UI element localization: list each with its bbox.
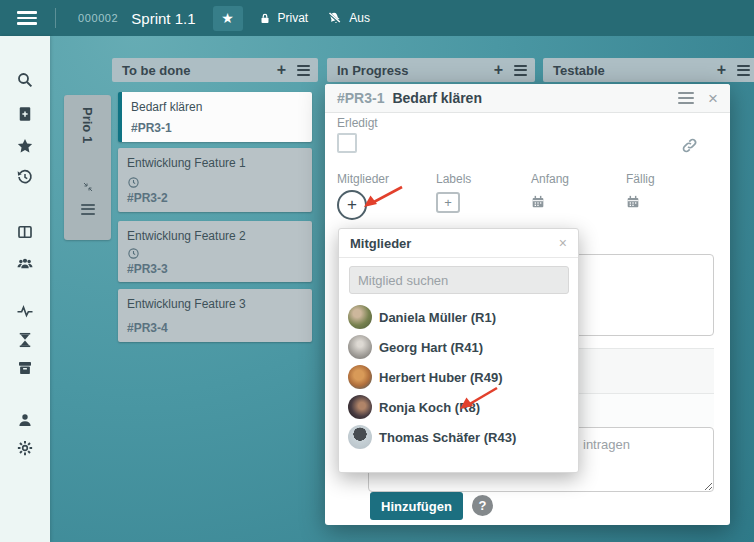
due-calendar-icon[interactable] [625, 194, 641, 214]
favorites-star-icon[interactable] [16, 137, 34, 155]
help-icon[interactable]: ? [472, 495, 493, 516]
collapse-icon[interactable] [82, 179, 94, 197]
sidebar [0, 36, 50, 542]
swimlane-label: Prio 1 [80, 107, 95, 143]
search-icon[interactable] [16, 71, 34, 89]
privacy-toggle[interactable]: Privat [258, 11, 309, 26]
member-list: Daniela Müller (R1) Georg Hart (R41) Her… [348, 305, 573, 455]
start-calendar-icon[interactable] [530, 194, 546, 214]
member-search-input[interactable] [349, 266, 569, 294]
plus-icon: + [347, 195, 357, 215]
modal-card-title: Bedarf klären [392, 90, 678, 106]
favorite-button[interactable]: ★ [213, 6, 243, 31]
card-pr3-4[interactable]: Entwicklung Feature 3 #PR3-4 [118, 289, 312, 342]
avatar [348, 365, 372, 389]
column-title: To be done [122, 63, 277, 78]
board-id: 000002 [78, 12, 118, 24]
column-header-testable[interactable]: Testable + [543, 58, 754, 82]
column-header-in-progress[interactable]: In Progress + [327, 58, 535, 82]
column-title: Testable [553, 63, 717, 78]
card-ref: #PR3-3 [127, 262, 168, 276]
column-title: In Progress [337, 63, 494, 78]
done-label: Erledigt [337, 116, 378, 130]
hourglass-icon[interactable] [16, 331, 34, 349]
due-date-label: Fällig [626, 172, 655, 186]
privacy-label: Privat [278, 11, 309, 25]
history-icon[interactable] [16, 168, 34, 186]
card-ref: #PR3-2 [127, 191, 168, 205]
column-menu-icon[interactable] [297, 62, 310, 78]
done-checkbox[interactable] [337, 133, 357, 153]
member-row[interactable]: Thomas Schäfer (R43) [348, 425, 573, 449]
modal-header: #PR3-1 Bedarf klären × [325, 84, 730, 113]
close-icon[interactable]: × [559, 236, 567, 250]
add-member-button[interactable]: + [337, 190, 367, 220]
members-label: Mitglieder [337, 172, 389, 186]
card-title: Entwicklung Feature 3 [127, 297, 246, 311]
card-pr3-2[interactable]: Entwicklung Feature 1 #PR3-2 [118, 148, 312, 212]
top-bar: 000002 Sprint 1.1 ★ Privat Aus [0, 0, 754, 36]
plus-icon: + [444, 195, 452, 210]
start-date-label: Anfang [531, 172, 569, 186]
member-row[interactable]: Herbert Huber (R49) [348, 365, 573, 389]
add-card-icon[interactable]: + [717, 62, 726, 78]
kanban-app: 000002 Sprint 1.1 ★ Privat Aus [0, 0, 754, 542]
member-name: Daniela Müller (R1) [379, 310, 496, 325]
card-title: Entwicklung Feature 2 [127, 229, 246, 243]
avatar [348, 335, 372, 359]
card-title: Bedarf klären [131, 100, 202, 114]
column-header-to-be-done[interactable]: To be done + [112, 58, 318, 82]
close-icon[interactable]: × [708, 90, 718, 107]
column-menu-icon[interactable] [737, 62, 750, 78]
team-icon[interactable] [16, 254, 34, 272]
notifications-toggle[interactable]: Aus [326, 10, 370, 26]
modal-card-ref: #PR3-1 [337, 90, 384, 106]
member-row[interactable]: Daniela Müller (R1) [348, 305, 573, 329]
activity-icon[interactable] [16, 302, 34, 320]
member-popover: Mitglieder × Daniela Müller (R1) Georg H… [338, 228, 579, 473]
modal-menu-icon[interactable] [678, 89, 694, 107]
add-card-icon[interactable]: + [277, 62, 286, 78]
avatar [348, 395, 372, 419]
card-ref: #PR3-1 [131, 121, 172, 135]
topbar-divider [55, 8, 56, 28]
card-pr3-3[interactable]: Entwicklung Feature 2 #PR3-3 [118, 221, 312, 282]
popover-title: Mitglieder [350, 236, 559, 251]
archive-icon[interactable] [16, 359, 34, 377]
swimlane-prio-1[interactable]: Prio 1 [64, 95, 111, 240]
labels-label: Labels [436, 172, 471, 186]
popover-header: Mitglieder × [339, 229, 578, 258]
member-name: Thomas Schäfer (R43) [379, 430, 516, 445]
add-card-icon[interactable]: + [494, 62, 503, 78]
bell-off-icon [326, 10, 343, 26]
add-label-button[interactable]: + [436, 192, 460, 213]
column-menu-icon[interactable] [514, 62, 527, 78]
card-pr3-1[interactable]: Bedarf klären #PR3-1 [118, 92, 312, 142]
swimlane-menu-icon[interactable] [81, 201, 95, 217]
member-name: Georg Hart (R41) [379, 340, 483, 355]
card-ref: #PR3-4 [127, 321, 168, 335]
hamburger-menu-icon[interactable] [17, 11, 37, 25]
avatar [348, 425, 372, 449]
member-name: Ronja Koch (R8) [379, 400, 480, 415]
user-icon[interactable] [16, 411, 34, 429]
member-row[interactable]: Ronja Koch (R8) [348, 395, 573, 419]
lock-icon [258, 11, 272, 26]
gear-icon[interactable] [16, 439, 34, 457]
member-row[interactable]: Georg Hart (R41) [348, 335, 573, 359]
add-document-icon[interactable] [16, 105, 34, 123]
link-icon[interactable] [680, 136, 699, 159]
board-title: Sprint 1.1 [131, 10, 195, 27]
add-button[interactable]: Hinzufügen [370, 492, 463, 520]
star-icon: ★ [221, 10, 234, 26]
member-name: Herbert Huber (R49) [379, 370, 503, 385]
notifications-label: Aus [349, 11, 370, 25]
avatar [348, 305, 372, 329]
board-icon[interactable] [16, 223, 34, 241]
card-title: Entwicklung Feature 1 [127, 156, 246, 170]
